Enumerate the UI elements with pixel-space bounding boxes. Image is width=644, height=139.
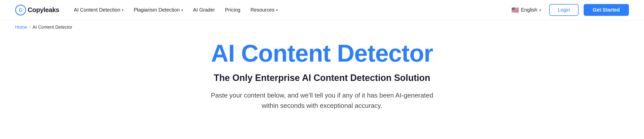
- nav-item-ai-grader[interactable]: AI Grader: [189, 5, 220, 15]
- nav-item-ai-content-detection-label: AI Content Detection: [74, 7, 120, 13]
- navbar: C Copyleaks AI Content Detection ▾ Plagi…: [0, 0, 644, 20]
- nav-item-pricing-label: Pricing: [225, 7, 240, 13]
- chevron-down-icon: ▾: [181, 8, 183, 12]
- breadcrumb-current: AI Content Detector: [32, 25, 72, 30]
- login-button[interactable]: Login: [549, 4, 579, 16]
- get-started-button[interactable]: Get Started: [584, 4, 629, 16]
- nav-item-resources[interactable]: Resources ▾: [246, 5, 282, 15]
- nav-item-ai-grader-label: AI Grader: [193, 7, 215, 13]
- chevron-down-icon: ▾: [276, 8, 278, 12]
- nav-item-plagiarism-detection-label: Plagiarism Detection: [134, 7, 180, 13]
- nav-items: AI Content Detection ▾ Plagiarism Detect…: [69, 5, 506, 15]
- chevron-down-icon: ▾: [539, 8, 541, 12]
- language-label: English: [521, 7, 538, 13]
- breadcrumb-separator: ›: [29, 25, 30, 30]
- logo[interactable]: C Copyleaks: [15, 5, 59, 16]
- nav-item-resources-label: Resources: [250, 7, 274, 13]
- nav-right: 🇺🇸 English ▾ Login Get Started: [508, 4, 629, 16]
- hero-subtitle: The Only Enterprise AI Content Detection…: [214, 73, 430, 83]
- nav-item-pricing[interactable]: Pricing: [220, 5, 245, 15]
- hero-description: Paste your content below, and we'll tell…: [209, 90, 435, 111]
- nav-item-plagiarism-detection[interactable]: Plagiarism Detection ▾: [129, 5, 187, 15]
- chevron-down-icon: ▾: [122, 8, 124, 12]
- logo-label: Copyleaks: [28, 6, 59, 14]
- language-selector[interactable]: 🇺🇸 English ▾: [508, 5, 544, 16]
- nav-item-ai-content-detection[interactable]: AI Content Detection ▾: [69, 5, 128, 15]
- flag-icon: 🇺🇸: [511, 7, 519, 14]
- breadcrumb-home-link[interactable]: Home: [15, 25, 27, 30]
- hero-title: AI Content Detector: [211, 40, 433, 67]
- hero-section: AI Content Detector The Only Enterprise …: [0, 32, 644, 124]
- copyleaks-logo-icon: C: [15, 5, 26, 16]
- svg-text:C: C: [19, 8, 22, 13]
- breadcrumb: Home › AI Content Detector: [0, 20, 644, 32]
